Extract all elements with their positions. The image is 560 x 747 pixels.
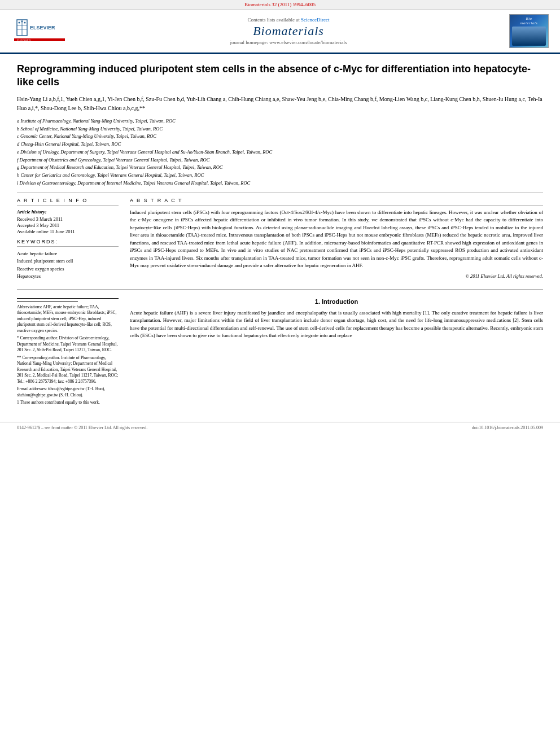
journal-header-center: Contents lists available at ScienceDirec… [73,17,504,45]
copyright-line: © 2011 Elsevier Ltd. All rights reserved… [130,273,543,279]
footnote-divider [17,302,78,302]
bottom-doi: doi:10.1016/j.biomaterials.2011.05.009 [472,425,543,430]
cover-title: Bio [526,16,532,21]
journal-cover-image: Bio materials [509,14,549,48]
affil-b: b School of Medicine, National Yang-Ming… [17,125,543,133]
authors-text: Hsin-Yang Li a,b,f,1, Yueh Chien a,g,1, … [17,96,542,111]
intro-number: 1. [315,298,320,305]
footnote-corresponding-2: ** Corresponding author. Institute of Ph… [17,355,119,385]
keywords-list: Acute hepatic failure Induced pluripoten… [17,250,119,281]
keyword-3: Reactive oxygen species [17,265,119,273]
svg-text:ELSEVIER: ELSEVIER [17,39,31,42]
intro-paragraph-1: Acute hepatic failure (AHF) is a severe … [130,309,543,340]
keyword-1: Acute hepatic failure [17,250,119,258]
elsevier-logo: ELSEVIER ELSEVIER [14,17,65,45]
affil-e: e Division of Urology, Department of Sur… [17,148,543,156]
main-content: Reprogramming induced pluripotent stem c… [0,54,560,413]
bottom-left-text: 0142-9612/$ – see front matter © 2011 El… [17,425,147,430]
article-title: Reprogramming induced pluripotent stem c… [17,63,543,89]
journal-citation-bar: Biomaterials 32 (2011) 5994–6005 [0,0,560,10]
keyword-4: Hepatocytes [17,273,119,281]
affiliations: a Institute of Pharmacology, National Ya… [17,117,543,187]
article-info-heading: A R T I C L E I N F O [17,198,119,206]
article-body-columns: A R T I C L E I N F O Article history: R… [17,198,543,281]
affil-a: a Institute of Pharmacology, National Ya… [17,117,543,125]
abstract-column: A B S T R A C T Induced pluripotent stem… [130,198,543,281]
cover-title-2: materials [520,21,538,25]
article-info-column: A R T I C L E I N F O Article history: R… [17,198,119,281]
available-date: Available online 11 June 2011 [17,229,119,234]
divider-1 [17,193,543,193]
abstract-text: Induced pluripotent stem cells (iPSCs) w… [130,209,543,270]
intro-section-title: 1. Introduction [130,298,543,305]
received-date: Received 3 March 2011 [17,216,119,222]
affil-c: c Genomic Center, National Yang-Ming Uni… [17,133,543,140]
svg-point-4 [19,22,20,24]
sciencedirect-prefix: Contents lists available at [248,17,300,23]
sciencedirect-link-text[interactable]: ScienceDirect [301,17,329,23]
publisher-logo-area: ELSEVIER ELSEVIER [6,17,73,45]
svg-point-6 [24,22,26,24]
journal-cover-area: Bio materials [504,14,554,48]
introduction-section: Abbreviations: AHF, acute hepatic failur… [17,298,543,408]
abstract-heading: A B S T R A C T [130,198,543,206]
keywords-heading: Keywords: [17,239,119,247]
affil-d: d Cheng-Hsin General Hospital, Taipei, T… [17,141,543,148]
divider-2 [17,289,543,290]
page-wrapper: Biomaterials 32 (2011) 5994–6005 ELSEVIE… [0,0,560,433]
affil-g: g Department of Medical Research and Edu… [17,164,543,171]
introduction-main: 1. Introduction Acute hepatic failure (A… [130,298,543,408]
affil-i: i Division of Gastroenterology, Departme… [17,180,543,187]
keyword-2: Induced pluripotent stem cell [17,257,119,265]
authors-line: Hsin-Yang Li a,b,f,1, Yueh Chien a,g,1, … [17,95,543,113]
journal-header: ELSEVIER ELSEVIER Contents lists availab… [0,10,560,54]
footnote-email: E-mail addresses: tihou@vghtpe.gov.tw (T… [17,386,119,398]
svg-point-5 [21,21,23,23]
journal-citation: Biomaterials 32 (2011) 5994–6005 [244,2,316,7]
intro-title-text: Introduction [322,298,358,305]
intro-text: Acute hepatic failure (AHF) is a severe … [130,309,543,340]
svg-text:ELSEVIER: ELSEVIER [30,25,55,30]
history-label: Article history: [17,209,119,215]
affil-h: h Center for Geriatrics and Gerontology,… [17,172,543,179]
article-history: Article history: Received 3 March 2011 A… [17,209,119,234]
journal-homepage: journal homepage: www.elsevier.com/locat… [73,40,504,45]
affil-f: f Department of Obstetrics and Gynecolog… [17,156,543,164]
sciencedirect-line: Contents lists available at ScienceDirec… [73,17,504,23]
footnote-corresponding-1: * Corresponding author. Division of Gast… [17,335,119,353]
keywords-section: Keywords: Acute hepatic failure Induced … [17,239,119,281]
footnotes-column: Abbreviations: AHF, acute hepatic failur… [17,298,119,408]
journal-title: Biomaterials [73,24,504,38]
footnote-equal-contrib: 1 These authors contributed equally to t… [17,400,119,406]
accepted-date: Accepted 3 May 2011 [17,222,119,228]
bottom-copyright-bar: 0142-9612/$ – see front matter © 2011 El… [0,422,560,433]
homepage-text: journal homepage: www.elsevier.com/locat… [230,40,347,45]
footnote-abbreviations: Abbreviations: AHF, acute hepatic failur… [17,304,119,334]
